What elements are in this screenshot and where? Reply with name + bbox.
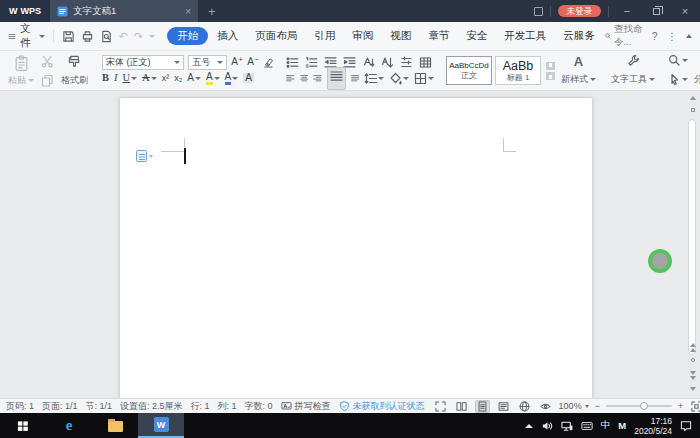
tab-review[interactable]: 审阅 — [344, 27, 381, 45]
tray-expand-icon[interactable] — [525, 424, 533, 428]
multi-page-view-button[interactable] — [454, 400, 469, 413]
tab-security[interactable]: 安全 — [458, 27, 495, 45]
zoom-slider[interactable] — [606, 405, 672, 407]
line-spacing-button[interactable] — [364, 72, 384, 85]
italic-button[interactable]: I — [114, 73, 118, 84]
tab-section[interactable]: 章节 — [420, 27, 457, 45]
status-word-count[interactable]: 字数: 0 — [245, 400, 273, 413]
style-scroll-down[interactable] — [546, 72, 555, 80]
new-tab-button[interactable]: + — [198, 4, 226, 19]
font-color-button[interactable]: A — [225, 72, 239, 85]
font-size-select[interactable]: 五号 — [188, 55, 227, 70]
insert-table-icon[interactable] — [419, 56, 432, 69]
grow-font-button[interactable]: A⁺ — [231, 57, 243, 67]
file-menu[interactable]: 文件 — [8, 22, 51, 50]
vertical-scrollbar[interactable] — [687, 93, 698, 396]
distribute-icon[interactable] — [351, 72, 360, 85]
print-preview-icon[interactable] — [100, 30, 113, 43]
wps-logo[interactable]: W WPS — [0, 0, 50, 22]
clear-format-icon[interactable] — [263, 57, 274, 68]
zoom-out-button[interactable]: − — [595, 401, 600, 411]
web-view-button[interactable] — [517, 400, 532, 413]
format-painter-button[interactable]: 格式刷 — [59, 54, 90, 88]
select-button[interactable] — [668, 73, 688, 86]
cut-icon[interactable] — [41, 55, 54, 68]
align-center-icon[interactable] — [300, 72, 309, 85]
share-document-button[interactable]: 分享文档 — [692, 53, 700, 87]
tab-developer[interactable]: 开发工具 — [496, 27, 554, 45]
clock[interactable]: 17:16 2020/5/24 — [634, 416, 672, 436]
paste-button[interactable]: 粘贴 — [6, 54, 36, 88]
copy-icon[interactable] — [41, 74, 54, 87]
shading-button[interactable] — [389, 72, 409, 85]
style-heading1[interactable]: AaBb 标题 1 — [495, 56, 541, 85]
style-scroll-up[interactable] — [546, 62, 555, 70]
help-button[interactable]: ? — [652, 30, 658, 42]
ime-mode-badge[interactable]: M — [618, 420, 626, 431]
outline-view-button[interactable] — [496, 400, 511, 413]
align-right-icon[interactable] — [313, 72, 322, 85]
spellcheck-button[interactable]: 拼写检查 — [281, 400, 331, 413]
char-shading-button[interactable]: A — [243, 73, 254, 83]
document-area[interactable] — [0, 91, 700, 398]
superscript-button[interactable]: x² — [162, 74, 170, 83]
subscript-button[interactable]: x₂ — [174, 74, 182, 83]
tab-insert[interactable]: 插入 — [209, 27, 246, 45]
cert-status[interactable]: 未获取到认证状态 — [339, 400, 425, 413]
pinyin-guide-button[interactable]: A — [187, 73, 201, 83]
underline-button[interactable]: U — [123, 73, 138, 84]
login-button[interactable]: 未登录 — [558, 5, 602, 18]
network-icon[interactable] — [561, 420, 573, 432]
scroll-down-button[interactable] — [687, 384, 698, 394]
numbered-list-icon[interactable] — [305, 56, 318, 69]
redo-icon[interactable]: ↷ — [134, 31, 143, 42]
fullscreen-view-button[interactable] — [433, 400, 448, 413]
bullet-list-icon[interactable] — [286, 56, 299, 69]
tab-references[interactable]: 引用 — [306, 27, 343, 45]
qat-dropdown-icon[interactable] — [149, 35, 155, 38]
sort-icon[interactable] — [381, 56, 394, 69]
find-command-box[interactable]: 查找命令... — [605, 23, 643, 49]
tab-close-icon[interactable]: × — [185, 6, 191, 17]
more-menu-icon[interactable]: ⋮ — [667, 30, 678, 42]
eye-protect-button[interactable] — [538, 400, 553, 413]
taskbar-edge-button[interactable]: e — [46, 413, 92, 438]
tab-view[interactable]: 视图 — [382, 27, 419, 45]
select-browse-object-button[interactable] — [687, 355, 698, 365]
tab-cloud[interactable]: 云服务 — [555, 27, 603, 45]
action-center-icon[interactable] — [680, 420, 692, 432]
volume-icon[interactable] — [541, 420, 553, 432]
taskbar-explorer-button[interactable] — [92, 413, 138, 438]
scrollbar-thumb[interactable] — [688, 119, 696, 355]
zoom-slider-thumb[interactable] — [640, 402, 648, 410]
borders-button[interactable] — [414, 72, 434, 85]
justify-button[interactable] — [327, 67, 346, 90]
save-icon[interactable] — [62, 30, 75, 43]
text-direction-icon[interactable] — [362, 56, 375, 69]
new-style-button[interactable]: A 新样式 — [559, 53, 598, 87]
highlight-button[interactable]: A — [206, 72, 220, 85]
find-button[interactable] — [668, 54, 688, 67]
undo-icon[interactable]: ↶ — [119, 31, 128, 42]
previous-page-button[interactable] — [687, 342, 698, 352]
align-left-icon[interactable] — [286, 72, 295, 85]
floating-assistant-ball[interactable] — [648, 249, 672, 273]
font-name-select[interactable]: 宋体 (正文) — [102, 55, 184, 70]
page[interactable] — [120, 98, 592, 398]
close-button[interactable]: × — [674, 5, 696, 17]
collapse-ribbon-icon[interactable] — [686, 34, 692, 38]
bold-button[interactable]: B — [102, 73, 109, 84]
zoom-in-button[interactable]: + — [678, 401, 683, 411]
ime-indicator[interactable]: 中 — [601, 419, 611, 432]
paragraph-layout-button[interactable] — [136, 150, 153, 162]
zoom-level[interactable]: 100% — [559, 401, 589, 411]
skin-icon[interactable] — [534, 7, 543, 16]
document-tab[interactable]: 文字文稿1 × — [50, 0, 198, 22]
style-normal[interactable]: AaBbCcDd 正文 — [446, 56, 492, 85]
taskbar-wps-button[interactable]: W — [138, 413, 184, 438]
shrink-font-button[interactable]: A⁻ — [247, 57, 259, 67]
next-page-button[interactable] — [687, 370, 698, 380]
print-icon[interactable] — [81, 30, 94, 43]
scroll-up-button[interactable] — [687, 93, 698, 103]
touch-keyboard-icon[interactable] — [581, 420, 593, 432]
